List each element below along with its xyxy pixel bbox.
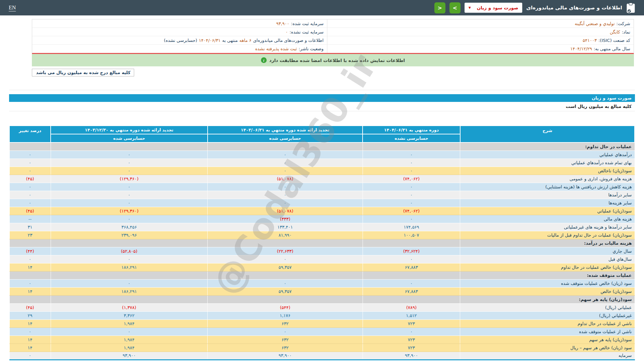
statement-title-bar: صورت سود و زیان — [9, 94, 635, 102]
row-value — [9, 271, 51, 279]
row-label: سود(زیان) خالص عملیات در حال تداوم — [460, 263, 635, 271]
language-toggle-link[interactable]: EN — [9, 5, 16, 11]
row-value: (۴۵) — [9, 207, 51, 215]
row-value — [208, 295, 363, 303]
row-value: ۱۴ — [9, 344, 51, 352]
audit-status-current: حسابرسی نشده — [363, 134, 460, 142]
statement-row: ناشي از عملیات متوقف شده۰۰۰۰ — [9, 327, 635, 336]
statement-section-row: عملیات متوقف شده: — [9, 271, 635, 279]
statement-row: سایر درآمدها۰۰۰۰ — [9, 191, 635, 199]
row-value — [9, 142, 51, 150]
row-value: ۶۳۲ — [208, 336, 363, 344]
row-label: سرمایه — [460, 352, 635, 360]
row-value: ۰ — [51, 279, 208, 287]
row-value: ۰ — [9, 199, 51, 207]
row-value: (۴۵) — [9, 175, 51, 183]
unregistered-capital-row: سرمایه ثبت نشده: ۰ — [32, 28, 327, 36]
row-value: ۵۹,۳۵۷ — [208, 263, 363, 271]
row-label: درآمدهاي عملیاتي — [460, 150, 635, 159]
row-label: هزینه مالیات بر درآمد: — [460, 239, 635, 247]
company-value: تولیدي و صنعتي آبگینه — [575, 21, 614, 26]
statement-row: سود(زیان) عملیات در حال تداوم قبل از مال… — [9, 231, 635, 239]
statement-row: سود (زیان) خالص هر سهم – ریال۷۲۳۶۳۲۱,۹۸۴… — [9, 344, 635, 352]
statement-select-value: صورت سود و زیان — [477, 5, 518, 10]
company-info-right-column: شرکت: تولیدي و صنعتي آبگینه نماد: کابگن … — [327, 19, 634, 53]
row-value: ۲۳۹,۰۹۶ — [51, 231, 208, 239]
row-label: سود (زیان) خالص هر سهم – ریال — [460, 344, 635, 352]
row-value — [9, 295, 51, 303]
row-value: ۰ — [9, 183, 51, 191]
row-label: سود(زیان) ناخالص — [460, 167, 635, 175]
period-row: اطلاعات و صورت‌های مالی میاندوره‌ای ۶ ما… — [32, 36, 327, 45]
chevron-down-icon: ▼ — [469, 6, 471, 9]
statement-table-header: شرح دوره منتهي به ۱۴۰۴/۰۶/۳۱ تجدید ارائه… — [9, 126, 635, 142]
fiscal-year-value: ۱۴۰۴/۱۲/۲۹ — [570, 46, 592, 51]
registered-capital-label: سرمایه ثبت شده: — [291, 21, 324, 26]
statement-row: هزینه های فروش، اداری و عمومی(۷۴,۰۶۲)(۵۱… — [9, 175, 635, 183]
isic-row: کد صنعت (ISIC): ۵۴۱۰۰۳ — [327, 36, 634, 45]
next-statement-button[interactable]: > — [449, 2, 461, 13]
row-label: سایر هزینه‌ها — [460, 199, 635, 207]
row-value: ۰ — [363, 279, 460, 287]
row-value: ۰ — [51, 255, 208, 263]
row-value: (۴۵) — [9, 303, 51, 311]
row-value: ۶۳۲ — [208, 319, 363, 327]
registered-capital-row: سرمایه ثبت شده: ۹۳,۹۰۰ — [32, 19, 327, 28]
row-label: عملیات متوقف شده: — [460, 271, 635, 279]
row-value: (۵۲,۸۰۵) — [51, 247, 208, 255]
audit-status-restated-yearend: حسابرسی شده — [51, 134, 208, 142]
row-value: ۰ — [51, 167, 208, 175]
chevron-right-icon: > — [452, 5, 457, 11]
row-label: سال جاري — [460, 247, 635, 255]
column-header-current-period: دوره منتهي به ۱۴۰۴/۰۶/۳۱ — [363, 126, 460, 134]
row-label: هزینه کاهش ارزش دریافتني ها (هزینه استثن… — [460, 183, 635, 191]
statement-row: ناشي از عملیات در حال تداوم۷۲۳۶۳۲۱,۹۸۴۱۴ — [9, 319, 635, 327]
row-value: ۰ — [363, 327, 460, 336]
row-label: سود (زیان) خالص عملیات متوقف شده — [460, 279, 635, 287]
row-value: ۱۰۰,۵۰۷ — [363, 231, 460, 239]
period-end-date: ۱۴۰۴/۰۶/۳۱ — [199, 38, 221, 43]
row-value: ۰ — [9, 279, 51, 287]
row-value — [51, 271, 208, 279]
row-value: (۷۸۹) — [363, 303, 460, 311]
row-value: (۱,۳۷۸) — [51, 303, 208, 311]
row-value: (۳۲,۶۲۴) — [363, 247, 460, 255]
statement-row: سایر درآمدها و هزینه های غیرعملیاتی۱۷۴,۵… — [9, 223, 635, 231]
row-value: (۱۲۹,۳۶۰) — [51, 207, 208, 215]
row-value: ۷۲۳ — [363, 319, 460, 327]
statement-type-dropdown[interactable]: صورت سود و زیان ▼ — [465, 3, 522, 13]
statement-table-body: عملیات در حال تداوم:درآمدهاي عملیاتي۰۰۰۰… — [9, 142, 635, 360]
isic-label: کد صنعت (ISIC): — [598, 38, 630, 43]
row-value: (۵۴۴) — [208, 303, 363, 311]
statement-row: سرمایه۹۳,۹۰۰۹۳,۹۰۰۹۳,۹۰۰۰ — [9, 352, 635, 360]
top-bar: اطلاعات و صورت‌های مالی میاندوره‌ای صورت… — [0, 0, 644, 15]
row-value: (۷۴,۰۶۲) — [363, 175, 460, 183]
publisher-status-label: وضعیت ناشر: — [299, 46, 323, 51]
column-header-description: شرح — [460, 126, 635, 142]
signature-match-text: اطلاعات نمایش داده شده با اطلاعات امضا ش… — [269, 58, 405, 63]
row-value: (۵۱,۰۷۸) — [208, 175, 363, 183]
row-label: سایر درآمدها — [460, 191, 635, 199]
row-value: ۱,۹۸۴ — [51, 336, 208, 344]
row-label: ناشي از عملیات در حال تداوم — [460, 319, 635, 327]
statement-row: هزینه های مالی۰(۳۳۳)۰-- — [9, 215, 635, 223]
prev-statement-button[interactable]: < — [434, 2, 445, 13]
statement-row: سود(زیان) خالص عملیات در حال تداوم۶۷,۸۸۳… — [9, 263, 635, 271]
row-value: ۱,۱۷۶ — [208, 311, 363, 319]
row-label: سود(زیان) پایه هر سهم — [460, 336, 635, 344]
row-value: ۰ — [51, 191, 208, 199]
unregistered-capital-label: سرمایه ثبت نشده: — [289, 29, 323, 35]
period-text: اطلاعات و صورت‌های مالی میاندوره‌ای — [253, 38, 324, 43]
page: { "colors": { "topbar_bg": "#3c4e5a", "a… — [0, 0, 644, 362]
row-label: عملیاتي (ریال) — [460, 303, 635, 311]
registered-capital-value: ۹۳,۹۰۰ — [276, 21, 289, 26]
statement-section-row: سود(زیان) پایه هر سهم: — [9, 295, 635, 303]
row-value: ۰ — [363, 183, 460, 191]
row-value: ۰ — [208, 150, 363, 159]
row-value: ۹۳,۹۰۰ — [363, 352, 460, 360]
row-label: سود(زیان) عملیات در حال تداوم قبل از مال… — [460, 231, 635, 239]
row-value: ۰ — [9, 327, 51, 336]
row-value: ۰ — [51, 199, 208, 207]
fiscal-year-label: سال مالی منتهی به: — [594, 46, 630, 51]
row-value: ۰ — [51, 183, 208, 191]
